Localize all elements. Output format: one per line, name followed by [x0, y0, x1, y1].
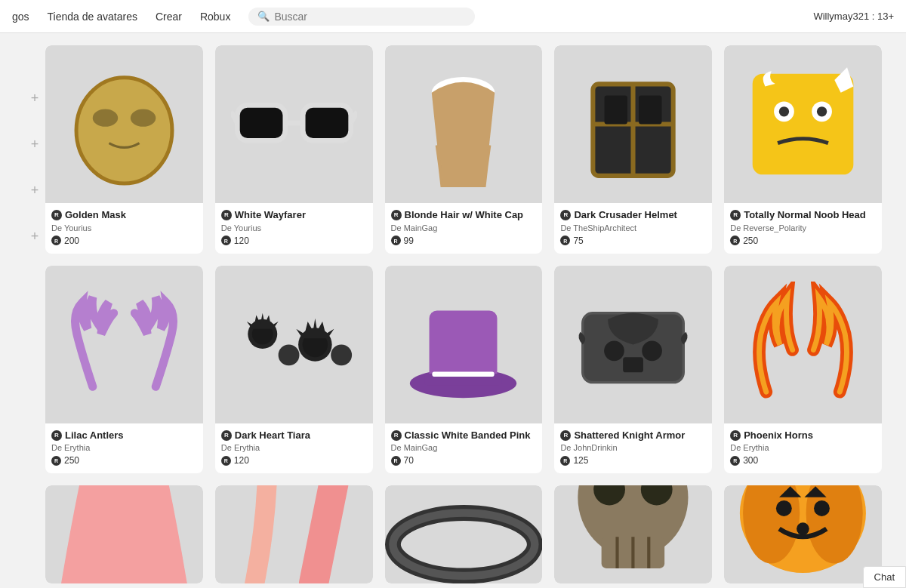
- item-image-noob-head: [724, 45, 882, 203]
- svg-point-35: [604, 340, 624, 361]
- partial-image: [554, 485, 712, 583]
- robux-coin-icon: [51, 236, 61, 245]
- product-card-partial3[interactable]: [385, 485, 543, 583]
- item-creator-shattered-knight: De JohnDrinkin: [560, 443, 706, 452]
- item-creator-white-wayfarer: De Yourius: [221, 223, 367, 232]
- svg-point-21: [817, 106, 827, 116]
- product-card-phoenix-horns[interactable]: Phoenix Horns De Erythia 300: [724, 266, 882, 474]
- robux-coin-icon: [391, 236, 401, 245]
- product-card-partial5[interactable]: [724, 485, 882, 583]
- sidebar-icon-2[interactable]: +: [31, 137, 39, 152]
- chat-button[interactable]: Chat: [863, 566, 906, 588]
- item-info-banded-pink: Classic White Banded Pink De MainGag 70: [385, 423, 543, 474]
- product-card-dark-heart-tiara[interactable]: Dark Heart Tiara De Erythia 120: [215, 266, 373, 474]
- svg-point-36: [642, 340, 662, 361]
- item-price-white-wayfarer: 120: [221, 236, 367, 246]
- svg-point-20: [779, 106, 789, 116]
- search-input[interactable]: [274, 11, 466, 23]
- item-creator-lilac-antlers: De Erythia: [51, 443, 197, 452]
- product-card-banded-pink[interactable]: Classic White Banded Pink De MainGag 70: [385, 266, 543, 474]
- product-card-noob-head[interactable]: Totally Normal Noob Head De Reverse_Pola…: [724, 45, 882, 254]
- item-image-blonde-hair: [385, 45, 543, 203]
- product-card-partial2[interactable]: [215, 485, 373, 583]
- item-creator-banded-pink: De MainGag: [391, 443, 537, 452]
- content-area: + + + + Golden Mask De Yourius: [0, 33, 906, 588]
- robux-coin-icon: [560, 236, 570, 245]
- sidebar-icon-1[interactable]: +: [31, 91, 39, 106]
- search-icon: 🔍: [257, 11, 270, 22]
- item-price-dark-crusader: 75: [560, 236, 706, 246]
- product-card-shattered-knight[interactable]: Shattered Knight Armor De JohnDrinkin 12…: [554, 266, 712, 474]
- nav-item-gos[interactable]: gos: [12, 11, 29, 23]
- robux-badge-icon: [730, 210, 741, 220]
- product-card-white-wayfarer[interactable]: White Wayfarer De Yourius 120: [215, 45, 373, 254]
- svg-rect-32: [433, 371, 495, 376]
- partial-image: [215, 485, 373, 583]
- product-grid: Golden Mask De Yourius 200: [45, 45, 882, 583]
- product-card-partial1[interactable]: [45, 485, 203, 583]
- item-image-dark-heart-tiara: [215, 266, 373, 423]
- item-price-golden-mask: 200: [51, 236, 197, 246]
- item-name-shattered-knight: Shattered Knight Armor: [560, 429, 706, 442]
- product-card-lilac-antlers[interactable]: Lilac Antlers De Erythia 250: [45, 266, 203, 474]
- item-price-shattered-knight: 125: [560, 455, 706, 466]
- robux-coin-icon: [391, 456, 401, 466]
- product-card-blonde-hair[interactable]: Blonde Hair w/ White Cap De MainGag 99: [385, 45, 543, 254]
- nav-item-crear[interactable]: Crear: [156, 11, 182, 23]
- svg-rect-37: [623, 357, 643, 372]
- robux-coin-icon: [221, 456, 231, 466]
- svg-point-2: [131, 109, 156, 126]
- item-name-golden-mask: Golden Mask: [51, 209, 197, 222]
- item-name-white-wayfarer: White Wayfarer: [221, 209, 367, 222]
- svg-rect-16: [639, 95, 661, 124]
- item-creator-golden-mask: De Yourius: [51, 223, 197, 232]
- robux-badge-icon: [221, 430, 232, 441]
- item-name-banded-pink: Classic White Banded Pink: [391, 429, 537, 442]
- item-price-banded-pink: 70: [391, 455, 537, 466]
- item-creator-noob-head: De Reverse_Polarity: [730, 223, 876, 232]
- partial-image: [385, 485, 543, 583]
- product-card-dark-crusader[interactable]: Dark Crusader Helmet De TheShipArchitect…: [554, 45, 712, 254]
- item-info-noob-head: Totally Normal Noob Head De Reverse_Pola…: [724, 203, 882, 254]
- svg-rect-4: [237, 105, 285, 140]
- robux-badge-icon: [221, 210, 232, 220]
- svg-point-39: [393, 513, 535, 576]
- nav-item-robux[interactable]: Robux: [200, 11, 230, 23]
- item-creator-phoenix-horns: De Erythia: [730, 443, 876, 452]
- item-info-dark-heart-tiara: Dark Heart Tiara De Erythia 120: [215, 423, 373, 474]
- item-name-dark-heart-tiara: Dark Heart Tiara: [221, 429, 367, 442]
- robux-badge-icon: [730, 430, 741, 441]
- item-price-dark-heart-tiara: 120: [221, 455, 367, 466]
- left-sidebar: + + + +: [24, 45, 45, 583]
- robux-coin-icon: [221, 236, 231, 245]
- sidebar-icon-3[interactable]: +: [31, 183, 39, 199]
- robux-badge-icon: [560, 430, 571, 441]
- item-image-dark-crusader: [554, 45, 712, 203]
- item-info-shattered-knight: Shattered Knight Armor De JohnDrinkin 12…: [554, 423, 712, 474]
- item-name-lilac-antlers: Lilac Antlers: [51, 429, 197, 442]
- partial-image: [724, 485, 882, 583]
- robux-coin-icon: [51, 456, 61, 466]
- item-info-lilac-antlers: Lilac Antlers De Erythia 250: [45, 423, 203, 474]
- product-card-golden-mask[interactable]: Golden Mask De Yourius 200: [45, 45, 203, 254]
- product-card-partial4[interactable]: [554, 485, 712, 583]
- svg-point-1: [93, 109, 118, 126]
- robux-coin-icon: [560, 456, 570, 466]
- item-price-phoenix-horns: 300: [730, 455, 876, 466]
- svg-point-54: [814, 500, 830, 516]
- robux-coin-icon: [730, 456, 740, 466]
- item-name-blonde-hair: Blonde Hair w/ White Cap: [391, 209, 537, 222]
- item-image-phoenix-horns: [724, 266, 882, 423]
- item-image-shattered-knight: [554, 266, 712, 423]
- item-creator-blonde-hair: De MainGag: [391, 223, 537, 232]
- robux-coin-icon: [730, 236, 740, 245]
- svg-rect-15: [605, 95, 627, 124]
- user-info: Willymay321 : 13+: [813, 11, 894, 22]
- item-price-blonde-hair: 99: [391, 236, 537, 246]
- item-price-lilac-antlers: 250: [51, 455, 197, 466]
- svg-point-53: [776, 500, 792, 516]
- sidebar-icon-4[interactable]: +: [31, 229, 39, 245]
- robux-badge-icon: [391, 430, 402, 441]
- item-image-lilac-antlers: [45, 266, 203, 423]
- nav-item-tienda[interactable]: Tienda de avatares: [48, 11, 137, 23]
